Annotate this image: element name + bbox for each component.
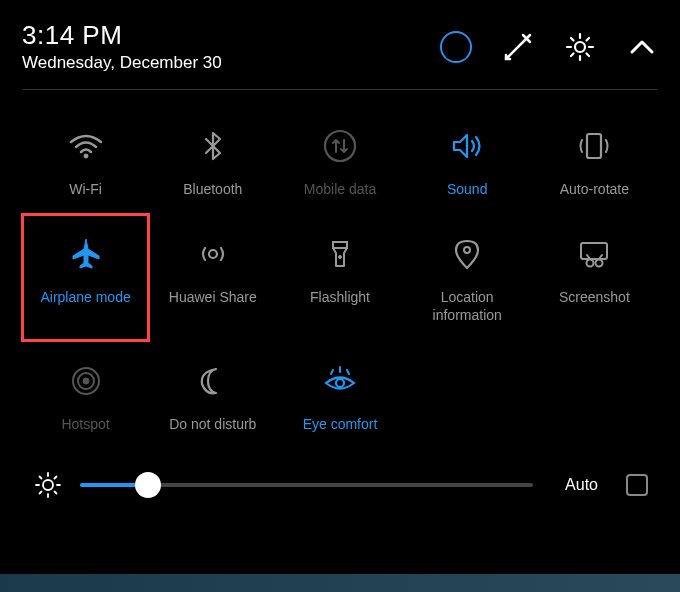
hotspot-icon xyxy=(62,357,110,405)
flashlight-label: Flashlight xyxy=(310,288,370,306)
dnd-label: Do not disturb xyxy=(169,415,256,433)
header-actions xyxy=(440,31,658,63)
quick-settings-grid: Wi-Fi Bluetooth Mobile data xyxy=(22,106,658,449)
brightness-row: Auto xyxy=(22,449,658,521)
auto-brightness-checkbox[interactable] xyxy=(626,474,648,496)
eye-comfort-icon xyxy=(316,357,364,405)
svg-point-13 xyxy=(83,378,89,384)
screenshot-label: Screenshot xyxy=(559,288,630,306)
sound-label: Sound xyxy=(447,180,487,198)
sound-toggle[interactable]: Sound xyxy=(404,106,531,214)
brightness-slider[interactable] xyxy=(80,483,533,487)
airplane-mode-toggle[interactable]: Airplane mode xyxy=(22,214,149,340)
svg-point-4 xyxy=(325,131,355,161)
mobile-data-icon xyxy=(316,122,364,170)
auto-brightness-label: Auto xyxy=(565,476,598,494)
bluetooth-label: Bluetooth xyxy=(183,180,242,198)
slider-thumb[interactable] xyxy=(135,472,161,498)
svg-point-12 xyxy=(596,260,603,267)
svg-point-8 xyxy=(338,256,341,259)
svg-point-6 xyxy=(209,250,217,258)
eye-comfort-label: Eye comfort xyxy=(303,415,378,433)
mobile-data-toggle[interactable]: Mobile data xyxy=(276,106,403,214)
edit-icon[interactable] xyxy=(502,31,534,63)
svg-point-16 xyxy=(336,379,344,387)
brightness-icon xyxy=(32,469,64,501)
auto-rotate-icon xyxy=(570,122,618,170)
svg-point-1 xyxy=(451,38,461,48)
location-toggle[interactable]: Location information xyxy=(404,214,531,340)
mobile-data-label: Mobile data xyxy=(304,180,376,198)
bottom-gradient xyxy=(0,574,680,592)
location-label: Location information xyxy=(433,288,502,324)
wifi-label: Wi-Fi xyxy=(69,180,102,198)
svg-rect-5 xyxy=(587,134,601,158)
svg-point-9 xyxy=(464,247,470,253)
header: 3:14 PM Wednesday, December 30 xyxy=(22,20,658,90)
hotspot-label: Hotspot xyxy=(61,415,109,433)
svg-point-3 xyxy=(84,154,88,158)
airplane-icon xyxy=(62,230,110,278)
auto-rotate-toggle[interactable]: Auto-rotate xyxy=(531,106,658,214)
screenshot-button[interactable]: Screenshot xyxy=(531,214,658,340)
svg-rect-7 xyxy=(333,242,347,248)
sound-icon xyxy=(443,122,491,170)
settings-icon[interactable] xyxy=(564,31,596,63)
wifi-icon xyxy=(62,122,110,170)
dnd-icon xyxy=(189,357,237,405)
profile-icon[interactable] xyxy=(440,31,472,63)
hotspot-toggle[interactable]: Hotspot xyxy=(22,341,149,449)
huawei-share-label: Huawei Share xyxy=(169,288,257,306)
auto-rotate-label: Auto-rotate xyxy=(560,180,629,198)
flashlight-toggle[interactable]: Flashlight xyxy=(276,214,403,340)
dnd-toggle[interactable]: Do not disturb xyxy=(149,341,276,449)
svg-rect-10 xyxy=(581,243,607,259)
time-text: 3:14 PM xyxy=(22,20,222,51)
datetime[interactable]: 3:14 PM Wednesday, December 30 xyxy=(22,20,222,73)
bluetooth-icon xyxy=(189,122,237,170)
collapse-icon[interactable] xyxy=(626,31,658,63)
huawei-share-toggle[interactable]: Huawei Share xyxy=(149,214,276,340)
date-text: Wednesday, December 30 xyxy=(22,53,222,73)
flashlight-icon xyxy=(316,230,364,278)
svg-point-11 xyxy=(587,260,594,267)
bluetooth-toggle[interactable]: Bluetooth xyxy=(149,106,276,214)
screenshot-icon xyxy=(570,230,618,278)
eye-comfort-toggle[interactable]: Eye comfort xyxy=(276,341,403,449)
svg-point-2 xyxy=(575,42,585,52)
wifi-toggle[interactable]: Wi-Fi xyxy=(22,106,149,214)
airplane-mode-label: Airplane mode xyxy=(40,288,130,306)
location-icon xyxy=(443,230,491,278)
svg-point-17 xyxy=(43,480,53,490)
huawei-share-icon xyxy=(189,230,237,278)
